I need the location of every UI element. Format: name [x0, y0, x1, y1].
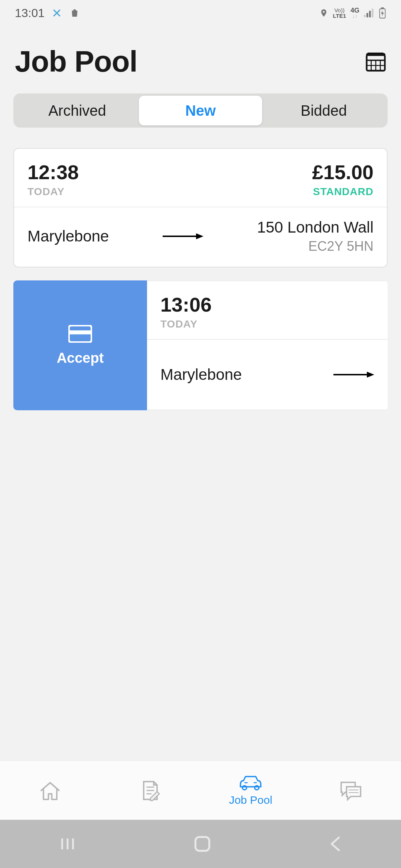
- jobs-list: 12:38 TODAY £15.00 STANDARD Marylebone 1…: [0, 148, 401, 410]
- car-icon: [237, 775, 264, 791]
- header: Job Pool: [0, 26, 401, 93]
- accept-label: Accept: [57, 350, 104, 366]
- job-time: 13:06: [160, 293, 374, 316]
- tab-home[interactable]: [0, 761, 100, 820]
- job-card-route: Marylebone 150 London Wall EC2Y 5HN: [14, 207, 387, 267]
- svg-rect-2: [369, 11, 371, 17]
- location-icon: [319, 7, 328, 19]
- job-card-content[interactable]: 13:06 TODAY Marylebone: [147, 280, 388, 410]
- job-card-swiped[interactable]: Accept 13:06 TODAY Marylebone: [13, 280, 388, 410]
- status-right: Vo)) LTE1 4G ↓↑: [319, 7, 386, 19]
- card-icon: [68, 325, 92, 343]
- tab-notes[interactable]: [100, 761, 200, 820]
- arrow-right-icon: [333, 371, 374, 378]
- job-card-header: 12:38 TODAY £15.00 STANDARD: [14, 149, 387, 207]
- job-card[interactable]: 12:38 TODAY £15.00 STANDARD Marylebone 1…: [13, 148, 388, 267]
- job-time: 12:38: [27, 161, 79, 184]
- svg-rect-1: [366, 13, 368, 17]
- home-icon: [39, 780, 61, 801]
- nav-recents[interactable]: [58, 836, 77, 852]
- chat-icon: [339, 780, 363, 801]
- status-bar: 13:01 Vo)) LTE1 4G ↓↑: [0, 0, 401, 26]
- svg-rect-0: [364, 15, 366, 17]
- svg-marker-17: [367, 372, 374, 378]
- job-day: TODAY: [160, 318, 374, 330]
- arrow-right-icon: [163, 233, 203, 240]
- bag-icon: [69, 7, 80, 19]
- svg-marker-13: [196, 233, 203, 239]
- job-card-header: 13:06 TODAY: [147, 281, 388, 340]
- bottom-tab-bar: Job Pool: [0, 760, 401, 820]
- signal-icon: [364, 9, 374, 17]
- status-left: 13:01: [15, 6, 80, 20]
- job-card-route: Marylebone: [147, 340, 388, 410]
- close-x-icon: [52, 8, 62, 18]
- svg-rect-30: [195, 837, 209, 851]
- calendar-icon[interactable]: [365, 51, 386, 72]
- svg-rect-3: [372, 9, 374, 17]
- document-edit-icon: [139, 779, 162, 802]
- tab-archived[interactable]: Archived: [16, 96, 139, 125]
- segmented-control: Archived New Bidded: [13, 93, 388, 128]
- status-4g: 4G ↓↑: [351, 7, 359, 19]
- accept-button[interactable]: Accept: [13, 280, 147, 410]
- status-volte: Vo)) LTE1: [333, 7, 346, 19]
- nav-home[interactable]: [193, 835, 211, 853]
- tab-new[interactable]: New: [139, 96, 262, 125]
- svg-rect-5: [381, 7, 384, 9]
- page-title: Job Pool: [15, 45, 137, 79]
- job-from: Marylebone: [160, 366, 242, 384]
- svg-point-22: [255, 786, 259, 790]
- tab-jobpool[interactable]: Job Pool: [200, 761, 301, 820]
- nav-back[interactable]: [328, 836, 343, 852]
- job-to-address: 150 London Wall: [257, 218, 374, 236]
- android-nav-bar: [0, 820, 401, 868]
- job-to-postcode: EC2Y 5HN: [257, 239, 374, 254]
- job-tag: STANDARD: [312, 186, 374, 198]
- job-day: TODAY: [27, 186, 79, 198]
- svg-rect-15: [69, 330, 91, 334]
- tab-bidded[interactable]: Bidded: [262, 96, 385, 125]
- job-from: Marylebone: [27, 227, 109, 245]
- tab-chat[interactable]: [301, 761, 401, 820]
- tab-jobpool-label: Job Pool: [229, 794, 273, 806]
- battery-icon: [379, 7, 386, 19]
- job-price: £15.00: [312, 161, 374, 184]
- svg-point-21: [242, 786, 247, 790]
- status-time: 13:01: [15, 6, 45, 20]
